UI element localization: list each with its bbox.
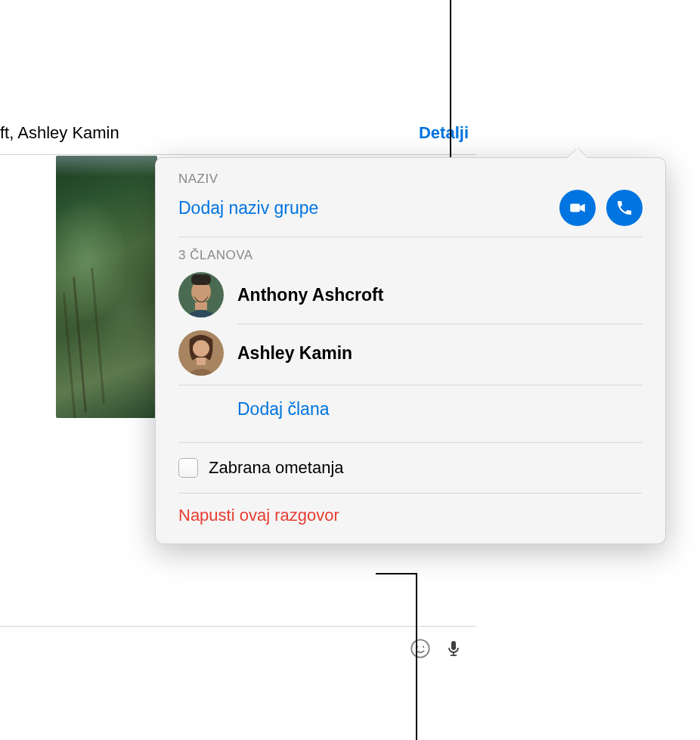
leave-section: Napusti ovaj razgovor [156, 494, 665, 543]
message-input-bar [0, 626, 476, 670]
emoji-icon[interactable] [410, 638, 431, 659]
video-call-button[interactable] [559, 190, 596, 226]
svg-rect-10 [195, 302, 207, 310]
conversation-header: ft, Ashley Kamin Detalji [0, 111, 476, 155]
microphone-icon[interactable] [444, 638, 463, 659]
member-name: Ashley Kamin [237, 343, 352, 364]
leave-conversation-button[interactable]: Napusti ovaj razgovor [178, 506, 339, 525]
add-group-name-button[interactable]: Dodaj naziv grupe [178, 198, 318, 218]
details-popover: NAZIV Dodaj naziv grupe 3 ČLANOVA [155, 157, 666, 544]
avatar [178, 330, 224, 376]
dnd-checkbox[interactable] [178, 458, 198, 478]
avatar [178, 272, 224, 317]
shared-photo-thumbnail[interactable] [56, 156, 157, 418]
call-buttons [559, 190, 643, 226]
add-member-button[interactable]: Dodaj člana [237, 399, 329, 419]
svg-rect-9 [191, 274, 211, 285]
add-member-row: Dodaj člana [178, 385, 643, 433]
popover-arrow [568, 149, 586, 158]
audio-call-button[interactable] [606, 190, 643, 226]
svg-point-0 [411, 639, 429, 657]
svg-rect-3 [451, 641, 456, 650]
members-count-label: 3 ČLANOVA [178, 248, 643, 263]
svg-rect-6 [570, 204, 580, 212]
dnd-label: Zabrana ometanja [209, 458, 344, 478]
callout-line [416, 573, 417, 740]
details-button[interactable]: Detalji [419, 123, 469, 143]
members-section: 3 ČLANOVA Anthony Ashcroft [156, 237, 665, 442]
member-row[interactable]: Ashley Kamin [178, 324, 643, 382]
do-not-disturb-section: Zabrana ometanja [156, 443, 665, 493]
member-row[interactable]: Anthony Ashcroft [178, 266, 643, 324]
member-name: Anthony Ashcroft [237, 285, 383, 305]
svg-rect-14 [197, 358, 206, 365]
video-icon [568, 198, 587, 218]
name-label: NAZIV [178, 172, 643, 187]
conversation-title: ft, Ashley Kamin [0, 123, 119, 143]
group-name-section: NAZIV Dodaj naziv grupe [156, 158, 665, 237]
svg-point-13 [193, 340, 209, 357]
phone-icon [615, 199, 633, 217]
name-row: Dodaj naziv grupe [178, 190, 643, 226]
svg-point-2 [423, 646, 424, 647]
callout-line [376, 573, 417, 574]
